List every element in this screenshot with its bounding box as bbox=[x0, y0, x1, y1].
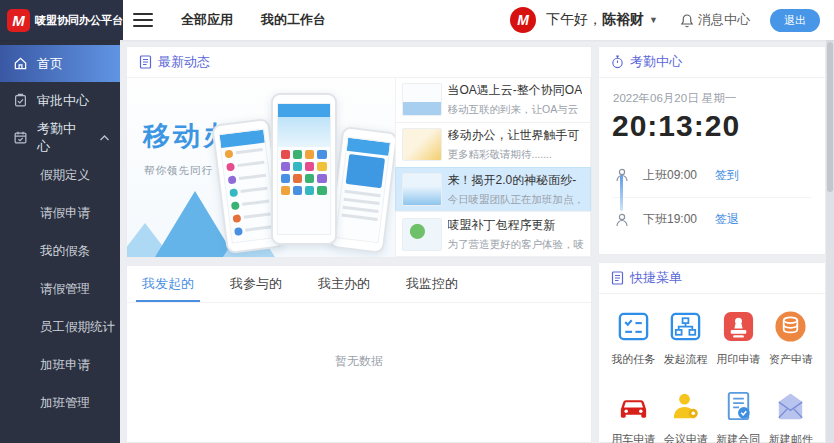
user-name: 陈裕财 bbox=[602, 11, 644, 29]
approval-icon bbox=[13, 93, 28, 108]
panel-title: 快捷菜单 bbox=[630, 269, 682, 287]
sidebar-item-my-leave-notes[interactable]: 我的假条 bbox=[0, 232, 120, 270]
car-icon bbox=[616, 389, 651, 424]
stamp-icon bbox=[721, 309, 756, 344]
news-list: 当OA遇上云-整个协同OA 移动互联的到来，让OA与云 移动办公，让世界触手可 … bbox=[395, 78, 592, 257]
quick-item-seal-request[interactable]: 用印申请 bbox=[712, 309, 765, 367]
tab-hosted-by-me[interactable]: 我主办的 bbox=[318, 266, 370, 302]
news-list-item[interactable]: 移动办公，让世界触手可 更多精彩敬请期待....... bbox=[395, 122, 592, 168]
news-list-item-active[interactable]: 来！揭开2.0的神秘面纱- 今日唛盟团队正在加班加点， bbox=[395, 167, 592, 213]
quick-item-label: 用车申请 bbox=[611, 432, 655, 443]
sidebar-item-attendance-center[interactable]: 考勤中心 bbox=[0, 119, 120, 156]
nav-all-apps[interactable]: 全部应用 bbox=[181, 11, 233, 29]
quick-menu-panel: 快捷菜单 我的任务 bbox=[598, 262, 826, 443]
stopwatch-icon bbox=[611, 55, 624, 69]
user-menu[interactable]: 下午好，陈裕财 ▼ bbox=[546, 11, 658, 29]
document-icon bbox=[611, 271, 624, 285]
quick-item-label: 资产申请 bbox=[769, 352, 813, 367]
greeting-text: 下午好， bbox=[546, 11, 602, 29]
contract-icon bbox=[721, 389, 756, 424]
timeline-connector bbox=[620, 175, 623, 211]
app-root: M 唛盟协同办公平台 全部应用 我的工作台 M 下午好，陈裕财 ▼ 消息中心 退… bbox=[0, 0, 834, 443]
quick-item-vehicle-request[interactable]: 用车申请 bbox=[607, 389, 660, 443]
quick-item-asset-request[interactable]: 资产申请 bbox=[765, 309, 818, 367]
tab-participated-by-me[interactable]: 我参与的 bbox=[230, 266, 282, 302]
quick-item-start-workflow[interactable]: 发起流程 bbox=[660, 309, 713, 367]
tab-initiated-by-me[interactable]: 我发起的 bbox=[142, 266, 194, 302]
quick-menu-header: 快捷菜单 bbox=[599, 263, 825, 294]
quick-item-meeting-request[interactable]: 会议申请 bbox=[660, 389, 713, 443]
attendance-header: 考勤中心 bbox=[599, 47, 825, 78]
latest-news-header: 最新动态 bbox=[127, 47, 591, 78]
attendance-timeline: 上班09:00 签到 下班19:00 签退 bbox=[599, 143, 825, 241]
document-icon bbox=[139, 55, 152, 69]
avatar[interactable]: M bbox=[510, 7, 536, 33]
phone-mockups-graphic bbox=[215, 87, 393, 257]
news-banner[interactable]: 移动办公 帮你领先同行 把工作带出办公室 bbox=[127, 78, 395, 257]
message-center-link[interactable]: 消息中心 bbox=[680, 11, 750, 29]
chevron-up-icon bbox=[97, 135, 112, 141]
sidebar-item-label: 考勤中心 bbox=[37, 120, 88, 156]
news-title: 当OA遇上云-整个协同OA bbox=[448, 82, 583, 99]
news-list-item[interactable]: 当OA遇上云-整个协同OA 移动互联的到来，让OA与云 bbox=[395, 77, 592, 123]
sidebar-item-leave-request[interactable]: 请假申请 bbox=[0, 194, 120, 232]
panel-title: 最新动态 bbox=[158, 53, 210, 71]
news-list-item[interactable]: 唛盟补丁包程序更新 为了营造更好的客户体验，唛 bbox=[395, 211, 592, 257]
menu-toggle-icon[interactable] bbox=[133, 9, 153, 31]
chevron-down-icon: ▼ bbox=[649, 15, 658, 25]
quick-menu-grid: 我的任务 发起流程 bbox=[599, 294, 825, 443]
news-thumbnail bbox=[402, 128, 442, 161]
quick-item-label: 用印申请 bbox=[716, 352, 760, 367]
tasks-icon bbox=[616, 309, 651, 344]
check-in-link[interactable]: 签到 bbox=[715, 167, 739, 184]
attendance-clock: 20:13:20 bbox=[599, 106, 825, 143]
tab-monitored-by-me[interactable]: 我监控的 bbox=[406, 266, 458, 302]
news-thumbnail bbox=[402, 173, 442, 206]
app-logo[interactable]: M bbox=[7, 9, 30, 32]
nav-my-workbench[interactable]: 我的工作台 bbox=[261, 11, 326, 29]
news-desc: 今日唛盟团队正在加班加点， bbox=[448, 193, 585, 207]
panel-title: 考勤中心 bbox=[630, 53, 682, 71]
attendance-icon bbox=[13, 130, 28, 145]
news-thumbnail bbox=[402, 83, 442, 116]
quick-item-label: 发起流程 bbox=[664, 352, 708, 367]
sidebar-item-overtime-management[interactable]: 加班管理 bbox=[0, 384, 120, 422]
asset-icon bbox=[773, 309, 808, 344]
sidebar-item-approval-center[interactable]: 审批中心 bbox=[0, 82, 120, 119]
news-title: 来！揭开2.0的神秘面纱- bbox=[448, 172, 585, 189]
quick-item-label: 会议申请 bbox=[664, 432, 708, 443]
quick-item-new-contract[interactable]: 新建合同 bbox=[712, 389, 765, 443]
sidebar-item-home[interactable]: 首页 bbox=[0, 45, 120, 82]
news-title: 移动办公，让世界触手可 bbox=[448, 127, 580, 144]
check-out-label: 下班19:00 bbox=[643, 211, 715, 228]
mail-icon bbox=[773, 389, 808, 424]
person-icon bbox=[613, 212, 631, 228]
tasks-tabs-bar: 我发起的 我参与的 我主办的 我监控的 bbox=[127, 266, 591, 303]
message-center-label: 消息中心 bbox=[698, 11, 750, 29]
check-out-link[interactable]: 签退 bbox=[715, 211, 739, 228]
scrollbar[interactable] bbox=[826, 40, 834, 443]
quick-item-label: 新建合同 bbox=[716, 432, 760, 443]
home-icon bbox=[13, 56, 28, 71]
app-logo-area: M 唛盟协同办公平台 bbox=[0, 0, 123, 40]
quick-item-new-mail[interactable]: 新建邮件 bbox=[765, 389, 818, 443]
attendance-date: 2022年06月20日 星期一 bbox=[599, 78, 825, 106]
sidebar-item-overtime-request[interactable]: 加班申请 bbox=[0, 346, 120, 384]
latest-news-panel: 最新动态 移动办公 帮你领先同行 把工作带出办公室 bbox=[126, 46, 592, 258]
sidebar-item-leave-management[interactable]: 请假管理 bbox=[0, 270, 120, 308]
attendance-panel: 考勤中心 2022年06月20日 星期一 20:13:20 上班09:00 签到… bbox=[598, 46, 826, 255]
quick-item-my-tasks[interactable]: 我的任务 bbox=[607, 309, 660, 367]
logout-button[interactable]: 退出 bbox=[770, 9, 820, 32]
news-desc: 为了营造更好的客户体验，唛 bbox=[448, 238, 585, 252]
scrollbar-thumb[interactable] bbox=[827, 42, 833, 192]
sidebar-item-employee-leave-stats[interactable]: 员工假期统计 bbox=[0, 308, 120, 346]
header-right: M 下午好，陈裕财 ▼ 消息中心 退出 bbox=[510, 7, 834, 33]
sidebar-item-label: 审批中心 bbox=[37, 92, 89, 110]
meeting-icon bbox=[668, 389, 703, 424]
top-nav: 全部应用 我的工作台 bbox=[181, 11, 326, 29]
sidebar-item-holiday-definition[interactable]: 假期定义 bbox=[0, 156, 120, 194]
check-in-label: 上班09:00 bbox=[643, 167, 715, 184]
check-out-row: 下班19:00 签退 bbox=[613, 197, 811, 241]
phone-mockup-right bbox=[327, 126, 394, 254]
tasks-panel: 我发起的 我参与的 我主办的 我监控的 暂无数据 bbox=[126, 265, 592, 443]
